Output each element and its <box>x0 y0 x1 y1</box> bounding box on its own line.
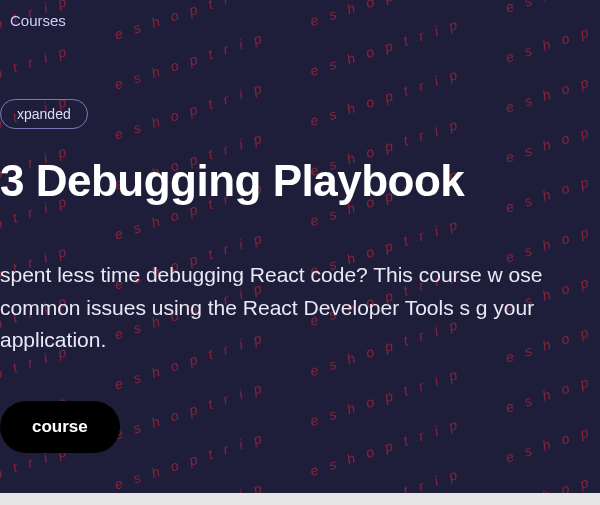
breadcrumb[interactable]: Courses <box>0 12 600 29</box>
start-course-button[interactable]: course <box>0 401 120 453</box>
page-content: Courses xpanded 3 Debugging Playbook spe… <box>0 0 600 453</box>
page-title: 3 Debugging Playbook <box>0 157 600 205</box>
status-badge: xpanded <box>0 99 88 129</box>
bottom-edge-strip <box>0 493 600 505</box>
breadcrumb-item-courses[interactable]: Courses <box>10 12 66 29</box>
course-description: spent less time debugging React code? Th… <box>0 259 600 357</box>
cta-button-label: course <box>32 417 88 436</box>
status-badge-label: xpanded <box>17 106 71 122</box>
